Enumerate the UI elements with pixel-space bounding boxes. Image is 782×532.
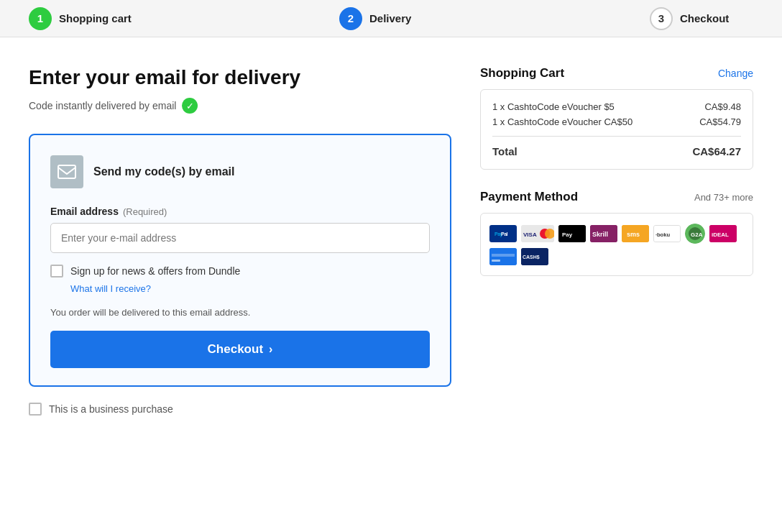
payment-methods-box: Pay Pal VISA Pay <box>480 213 753 276</box>
step-delivery: 2 Delivery <box>339 7 443 30</box>
delivery-note: You order will be delivered to this emai… <box>50 307 430 318</box>
step-3-label: Checkout <box>680 12 729 24</box>
g2a-icon: G2A <box>685 224 705 244</box>
boku-icon: ·boku <box>653 225 681 242</box>
subtitle-text: Code instantly delivered by email <box>29 100 176 111</box>
card-header-title: Send my code(s) by email <box>93 165 235 178</box>
cart-item-1-price: CA$9.48 <box>704 101 741 112</box>
progress-bar: 1 Shopping cart 2 Delivery 3 Checkout <box>0 0 782 37</box>
checkout-button[interactable]: Checkout › <box>50 331 430 368</box>
skrill-icon: Skrill <box>590 225 617 242</box>
email-icon <box>58 165 76 179</box>
step-1-label: Shopping cart <box>59 12 132 24</box>
business-label: This is a business purchase <box>49 403 173 415</box>
newsletter-checkbox[interactable] <box>50 265 63 278</box>
ideal-icon: iDEAL <box>709 225 737 242</box>
main-layout: Enter your email for delivery Code insta… <box>0 37 782 444</box>
email-label-row: Email address (Required) <box>50 206 430 217</box>
step-checkout: 3 Checkout <box>650 7 753 30</box>
cart-item-row-2: 1 x CashtoCode eVoucher CA$50 CA$54.79 <box>492 116 741 127</box>
svg-rect-22 <box>492 254 515 257</box>
step-3-circle: 3 <box>650 7 673 30</box>
sms-icon: sms <box>622 225 649 242</box>
step-shopping-cart: 1 Shopping cart <box>29 7 132 30</box>
what-receive-link[interactable]: What will I receive? <box>70 283 430 294</box>
svg-text:Skrill: Skrill <box>592 231 608 238</box>
cart-summary-title: Shopping Cart <box>480 66 564 81</box>
business-checkbox[interactable] <box>29 403 42 416</box>
visa-mc-icon: VISA <box>521 225 554 242</box>
blue-card-icon <box>489 248 517 265</box>
email-icon-box <box>50 155 83 188</box>
card-header: Send my code(s) by email <box>50 155 430 188</box>
cart-item-2-price: CA$54.79 <box>699 116 741 127</box>
left-column: Enter your email for delivery Code insta… <box>29 66 451 416</box>
cart-total-label: Total <box>492 145 518 157</box>
chevron-right-icon: › <box>269 343 272 356</box>
svg-text:VISA: VISA <box>523 231 537 238</box>
newsletter-label: Sign up for news & offers from Dundle <box>70 265 240 277</box>
cart-item-1-name: 1 x CashtoCode eVoucher $5 <box>492 101 704 112</box>
svg-text:·boku: ·boku <box>656 231 671 238</box>
email-input[interactable] <box>50 223 430 253</box>
cart-total-value: CA$64.27 <box>692 145 741 157</box>
svg-rect-23 <box>492 260 500 262</box>
cart-item-2-name: 1 x CashtoCode eVoucher CA$50 <box>492 116 699 127</box>
business-purchase-row: This is a business purchase <box>29 403 451 416</box>
cart-divider <box>492 136 741 137</box>
newsletter-checkbox-row: Sign up for news & offers from Dundle <box>50 265 430 278</box>
svg-text:G2A: G2A <box>691 231 703 238</box>
svg-text:iDEAL: iDEAL <box>712 231 729 238</box>
step-2-label: Delivery <box>369 12 411 24</box>
email-label: Email address <box>50 206 119 217</box>
payment-title: Payment Method <box>480 190 578 204</box>
required-text: (Required) <box>123 206 167 217</box>
payment-header: Payment Method And 73+ more <box>480 190 753 204</box>
cart-box: 1 x CashtoCode eVoucher $5 CA$9.48 1 x C… <box>480 89 753 170</box>
apple-pay-icon: Pay <box>558 225 586 242</box>
paypal-icon: Pay Pal <box>489 225 517 242</box>
right-column: Shopping Cart Change 1 x CashtoCode eVou… <box>480 66 753 416</box>
svg-text:sms: sms <box>627 231 640 238</box>
check-circle-icon: ✓ <box>182 98 198 114</box>
cart-summary-header: Shopping Cart Change <box>480 66 753 81</box>
and-more-text: And 73+ more <box>694 192 753 203</box>
svg-text:CASH$: CASH$ <box>523 254 540 260</box>
page-title: Enter your email for delivery <box>29 66 451 89</box>
svg-rect-0 <box>58 165 75 178</box>
cart-total-row: Total CA$64.27 <box>492 145 741 157</box>
subtitle-row: Code instantly delivered by email ✓ <box>29 98 451 114</box>
cart-item-row: 1 x CashtoCode eVoucher $5 CA$9.48 <box>492 101 741 112</box>
svg-text:Pay: Pay <box>562 231 573 238</box>
email-form-card: Send my code(s) by email Email address (… <box>29 134 451 387</box>
svg-text:Pal: Pal <box>501 231 508 237</box>
step-2-circle: 2 <box>339 7 362 30</box>
step-1-circle: 1 <box>29 7 52 30</box>
cashhash-icon: CASH$ <box>521 248 548 265</box>
change-cart-link[interactable]: Change <box>718 68 753 79</box>
